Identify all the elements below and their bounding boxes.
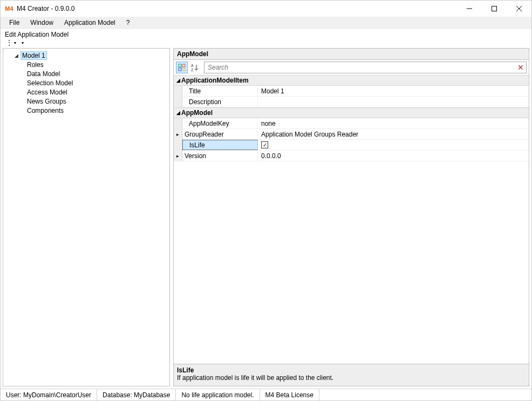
- menu-application-model[interactable]: Application Model: [59, 18, 121, 28]
- tree-item-news-groups[interactable]: News Groups: [5, 97, 167, 106]
- clear-icon: ✕: [517, 63, 524, 72]
- maximize-button[interactable]: [482, 1, 507, 17]
- property-value[interactable]: none: [258, 118, 529, 128]
- clear-search-button[interactable]: ✕: [515, 62, 526, 73]
- tree-item-roles[interactable]: Roles: [5, 60, 167, 69]
- property-name: Title: [182, 86, 258, 96]
- maximize-icon: [492, 6, 497, 11]
- window-title: M4 Creator - 0.9.0.0: [17, 5, 457, 12]
- alphabetical-button[interactable]: A Z: [189, 62, 201, 73]
- svg-rect-7: [182, 68, 185, 71]
- property-category-appmodel[interactable]: ◢ AppModel: [174, 107, 529, 118]
- menu-window[interactable]: Window: [25, 18, 59, 28]
- property-name: GroupReader: [182, 129, 258, 139]
- split-pane: ◢ Model 1 Roles Data Model Selection Mod…: [3, 48, 529, 386]
- property-row-groupreader[interactable]: ▸ GroupReader Application Model Groups R…: [174, 129, 529, 140]
- minimize-icon: [467, 6, 472, 11]
- help-title: IsLife: [177, 366, 526, 374]
- tree-root-node[interactable]: ◢ Model 1: [5, 51, 167, 60]
- collapse-icon: ◢: [175, 78, 181, 83]
- tree-item-selection-model[interactable]: Selection Model: [5, 78, 167, 87]
- property-header: AppModel: [173, 48, 529, 60]
- expand-cell[interactable]: ▸: [174, 129, 182, 139]
- status-user: User: MyDomain\CreatorUser: [1, 389, 97, 400]
- property-panel: AppModel A Z: [173, 48, 529, 386]
- property-name: AppModelKey: [182, 118, 258, 128]
- property-value[interactable]: ✓: [258, 140, 529, 150]
- property-row-appmodelkey[interactable]: AppModelKey none: [174, 118, 529, 129]
- property-name: IsLife: [182, 140, 258, 150]
- menubar: File Window Application Model ?: [1, 17, 531, 29]
- property-toolbar: A Z ✕: [173, 60, 529, 75]
- minimize-button[interactable]: [457, 1, 482, 17]
- property-grid: ◢ ApplicationModelItem Title Model 1 Des…: [173, 75, 529, 364]
- tree-header: Edit Application Model: [3, 30, 529, 38]
- status-life: No life application model.: [176, 389, 260, 400]
- tree-item-components[interactable]: Components: [5, 106, 167, 115]
- tree: ◢ Model 1 Roles Data Model Selection Mod…: [3, 49, 169, 117]
- property-category-applicationmodelitem[interactable]: ◢ ApplicationModelItem: [174, 75, 529, 86]
- islife-checkbox[interactable]: ✓: [261, 141, 268, 148]
- category-label: ApplicationModelItem: [181, 77, 249, 84]
- svg-rect-5: [182, 64, 185, 67]
- expand-cell: [174, 86, 182, 96]
- expand-cell: [174, 97, 182, 107]
- statusbar: User: MyDomain\CreatorUser Database: MyD…: [1, 389, 531, 400]
- tree-menu-button[interactable]: ⋮ ▾: [5, 39, 17, 46]
- property-name: Version: [182, 151, 258, 161]
- close-button[interactable]: [507, 1, 531, 17]
- property-name: Description: [182, 97, 258, 107]
- svg-rect-4: [179, 64, 181, 67]
- status-license: M4 Beta License: [260, 389, 319, 400]
- close-icon: [516, 6, 522, 11]
- tree-item-access-model[interactable]: Access Model: [5, 87, 167, 97]
- expand-cell: [174, 140, 182, 150]
- menu-help[interactable]: ?: [121, 18, 135, 28]
- app-logo: M4: [5, 4, 13, 13]
- categorized-icon: [178, 64, 186, 71]
- property-value[interactable]: Application Model Groups Reader: [258, 129, 529, 139]
- property-search: ✕: [204, 62, 527, 73]
- svg-text:Z: Z: [191, 68, 194, 71]
- help-text: If application model is life it will be …: [177, 374, 526, 382]
- tree-toolbar: ⋮ ▾ ▾: [3, 38, 529, 48]
- property-row-islife[interactable]: IsLife ✓: [174, 140, 529, 151]
- search-input[interactable]: [204, 63, 515, 72]
- collapse-icon[interactable]: ◢: [13, 53, 19, 58]
- property-row-title[interactable]: Title Model 1: [174, 86, 529, 97]
- property-value[interactable]: [258, 97, 529, 107]
- status-database: Database: MyDatabase: [97, 389, 176, 400]
- tree-item-data-model[interactable]: Data Model: [5, 69, 167, 78]
- expand-cell[interactable]: ▸: [174, 151, 182, 161]
- category-label: AppModel: [181, 109, 213, 117]
- property-row-description[interactable]: Description: [174, 97, 529, 107]
- window-controls: [457, 1, 531, 17]
- client-area: Edit Application Model ⋮ ▾ ▾ ◢ Model 1 R…: [1, 29, 531, 389]
- property-help: IsLife If application model is life it w…: [173, 364, 529, 386]
- svg-rect-1: [492, 6, 497, 11]
- property-row-version[interactable]: ▸ Version 0.0.0.0: [174, 151, 529, 161]
- titlebar: M4 M4 Creator - 0.9.0.0: [1, 1, 531, 17]
- tree-dropdown-button[interactable]: ▾: [21, 40, 25, 45]
- collapse-icon: ◢: [175, 110, 181, 115]
- property-value[interactable]: Model 1: [258, 86, 529, 96]
- property-value[interactable]: 0.0.0.0: [258, 151, 529, 161]
- categorized-button[interactable]: [176, 62, 188, 73]
- expand-cell: [174, 118, 182, 128]
- tree-panel: ◢ Model 1 Roles Data Model Selection Mod…: [3, 48, 170, 386]
- svg-rect-6: [179, 68, 181, 71]
- sort-az-icon: A Z: [191, 64, 199, 71]
- menu-file[interactable]: File: [4, 18, 25, 28]
- svg-text:A: A: [191, 64, 194, 67]
- tree-root-label: Model 1: [21, 51, 47, 60]
